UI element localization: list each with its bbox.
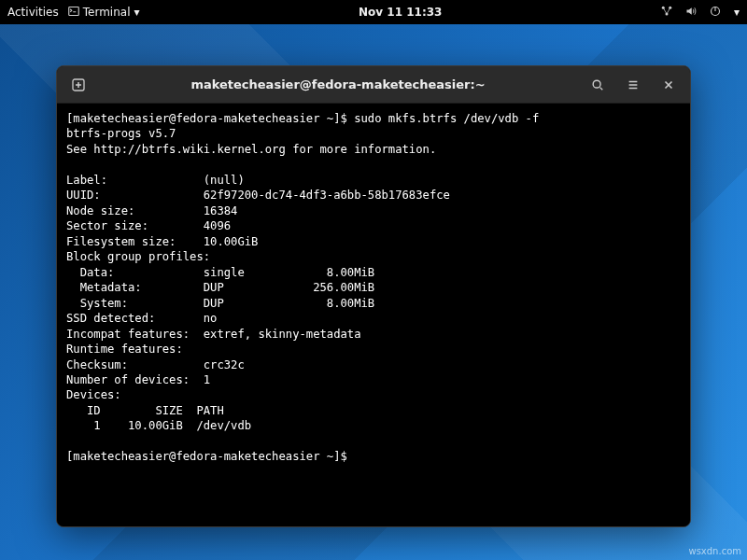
output-line: UUID: 62f97200-dc74-4df3-a6bb-58b17683ef… xyxy=(66,189,450,202)
output-line: Devices: xyxy=(66,388,121,401)
search-button[interactable] xyxy=(584,71,612,99)
output-line: btrfs-progs v5.7 xyxy=(66,127,176,140)
output-line: Filesystem size: 10.00GiB xyxy=(66,235,258,248)
app-menu-label: Terminal xyxy=(83,6,131,19)
gnome-top-bar: Activities Terminal ▾ Nov 11 11:33 ▾ xyxy=(0,0,747,24)
system-chevron-icon[interactable]: ▾ xyxy=(734,6,740,19)
output-line: 1 10.00GiB /dev/vdb xyxy=(66,419,251,432)
output-line: System: DUP 8.00MiB xyxy=(66,297,374,310)
close-button[interactable] xyxy=(655,71,683,99)
network-icon[interactable] xyxy=(661,6,672,20)
new-tab-button[interactable] xyxy=(64,71,92,99)
app-menu[interactable]: Terminal ▾ xyxy=(68,6,140,20)
command-text: sudo mkfs.btrfs /dev/vdb -f xyxy=(354,112,539,125)
window-title: maketecheasier@fedora-maketecheasier:~ xyxy=(94,77,582,91)
volume-icon[interactable] xyxy=(685,6,697,20)
output-line: Number of devices: 1 xyxy=(66,373,210,386)
close-icon xyxy=(662,78,675,91)
shell-prompt: [maketecheasier@fedora-maketecheasier ~]… xyxy=(66,450,354,463)
shell-prompt: [maketecheasier@fedora-maketecheasier ~]… xyxy=(66,112,354,125)
clock[interactable]: Nov 11 11:33 xyxy=(140,6,661,19)
search-icon xyxy=(591,78,604,91)
svg-line-10 xyxy=(600,87,603,90)
output-line: Sector size: 4096 xyxy=(66,219,231,232)
output-line: Node size: 16384 xyxy=(66,204,237,217)
output-line: Incompat features: extref, skinny-metada… xyxy=(66,328,361,341)
output-line: Runtime features: xyxy=(66,343,183,356)
activities-button[interactable]: Activities xyxy=(7,6,59,19)
output-line: Checksum: crc32c xyxy=(66,358,245,371)
svg-point-9 xyxy=(593,80,600,88)
output-line: Data: single 8.00MiB xyxy=(66,266,374,279)
watermark: wsxdn.com xyxy=(688,546,741,556)
output-line: SSD detected: no xyxy=(66,312,217,325)
menu-button[interactable] xyxy=(619,71,647,99)
window-titlebar[interactable]: maketecheasier@fedora-maketecheasier:~ xyxy=(57,66,690,104)
output-line: ID SIZE PATH xyxy=(66,404,224,417)
output-line: Block group profiles: xyxy=(66,250,210,263)
hamburger-icon xyxy=(627,78,640,91)
terminal-output[interactable]: [maketecheasier@fedora-maketecheasier ~]… xyxy=(57,104,690,526)
terminal-window: maketecheasier@fedora-maketecheasier:~ [… xyxy=(56,65,691,527)
output-line: See http://btrfs.wiki.kernel.org for mor… xyxy=(66,143,436,156)
output-line: Label: (null) xyxy=(66,174,245,187)
power-icon[interactable] xyxy=(710,6,721,20)
terminal-icon xyxy=(68,6,79,20)
output-line: Metadata: DUP 256.00MiB xyxy=(66,281,374,294)
